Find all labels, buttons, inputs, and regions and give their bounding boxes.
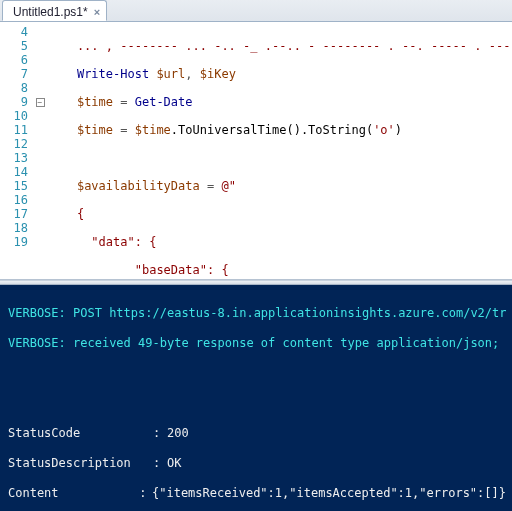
line-number-gutter: 4 5 6 7 8 9 10 11 12 13 14 15 16 17 18 1… — [0, 22, 34, 279]
line-number: 7 — [0, 67, 28, 81]
line-number: 16 — [0, 193, 28, 207]
verbose-line: VERBOSE: POST https://eastus-8.in.applic… — [8, 306, 506, 321]
line-number: 4 — [0, 25, 28, 39]
line-number: 12 — [0, 137, 28, 151]
code-line — [48, 151, 512, 165]
code-editor[interactable]: 4 5 6 7 8 9 10 11 12 13 14 15 16 17 18 1… — [0, 22, 512, 280]
code-line: $time = $time.ToUniversalTime().ToString… — [48, 123, 512, 137]
code-line: "baseData": { — [48, 263, 512, 277]
line-number: 19 — [0, 235, 28, 249]
line-number: 13 — [0, 151, 28, 165]
line-number: 5 — [0, 39, 28, 53]
code-line: $availabilityData = @" — [48, 179, 512, 193]
line-number: 9 — [0, 95, 28, 109]
code-line: $time = Get-Date — [48, 95, 512, 109]
blank-line — [8, 366, 506, 381]
line-number: 8 — [0, 81, 28, 95]
verbose-line: VERBOSE: received 49-byte response of co… — [8, 336, 506, 351]
line-number: 17 — [0, 207, 28, 221]
line-number: 6 — [0, 53, 28, 67]
console-output[interactable]: VERBOSE: POST https://eastus-8.in.applic… — [0, 285, 512, 511]
tab-title: Untitled1.ps1* — [13, 5, 88, 19]
tab-bar: Untitled1.ps1* × — [0, 0, 512, 22]
fold-toggle-icon[interactable]: − — [36, 98, 45, 107]
output-row: Content:{"itemsReceived":1,"itemsAccepte… — [8, 486, 506, 501]
output-row: StatusDescription:OK — [8, 456, 506, 471]
fold-gutter: − — [34, 22, 46, 279]
line-number: 14 — [0, 165, 28, 179]
file-tab[interactable]: Untitled1.ps1* × — [2, 0, 107, 21]
blank-line — [8, 396, 506, 411]
code-line: { — [48, 207, 512, 221]
code-line: Write-Host $url, $iKey — [48, 67, 512, 81]
line-number: 15 — [0, 179, 28, 193]
line-number: 10 — [0, 109, 28, 123]
line-number: 18 — [0, 221, 28, 235]
code-line: ... , -------- ... -.. -_ .--.. - ------… — [48, 39, 512, 53]
line-number: 11 — [0, 123, 28, 137]
code-line: "data": { — [48, 235, 512, 249]
code-area[interactable]: ... , -------- ... -.. -_ .--.. - ------… — [46, 22, 512, 279]
output-row: StatusCode:200 — [8, 426, 506, 441]
close-icon[interactable]: × — [94, 6, 100, 18]
